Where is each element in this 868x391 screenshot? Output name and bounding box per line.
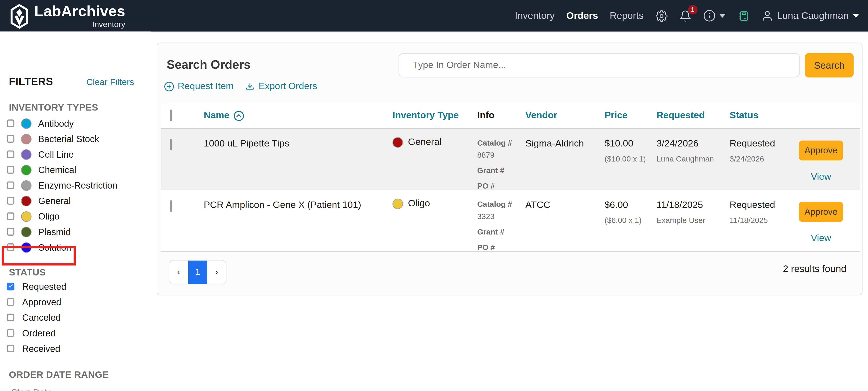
inventory-type-cell-line[interactable]: Cell Line — [0, 146, 151, 162]
checkbox[interactable] — [7, 135, 14, 142]
orders-table: Name Inventory Type Info Vendor Price Re… — [161, 103, 860, 252]
inventory-type-antibody[interactable]: Antibody — [0, 116, 151, 131]
checkbox[interactable] — [7, 243, 14, 251]
table-header-row: Name Inventory Type Info Vendor Price Re… — [161, 103, 860, 129]
search-button[interactable]: Search — [805, 53, 854, 77]
checkbox-checked[interactable] — [7, 283, 14, 290]
type-color-dot — [21, 242, 31, 253]
approve-button[interactable]: Approve — [799, 202, 843, 222]
order-info: Catalog # 3323 Grant # PO # — [469, 190, 517, 253]
inventory-types-title: INVENTORY TYPES — [9, 102, 98, 113]
status-date: 3/24/2026 — [730, 154, 782, 163]
request-item-link[interactable]: Request Item — [164, 81, 234, 92]
orders-panel: Search Orders Search Request Item Export… — [157, 42, 863, 295]
checkbox[interactable] — [7, 197, 14, 205]
checkbox[interactable] — [7, 228, 14, 236]
notifications-bell-icon[interactable]: 1 — [679, 10, 691, 22]
status-received[interactable]: Received — [0, 341, 151, 356]
inventory-type-oligo[interactable]: Oligo — [0, 208, 151, 224]
table-row: PCR Amplicon - Gene X (Patient 101) Olig… — [161, 190, 860, 252]
inventory-type-chemical[interactable]: Chemical — [0, 162, 151, 177]
column-header-inventory-type[interactable]: Inventory Type — [393, 110, 459, 121]
checkbox[interactable] — [7, 298, 14, 306]
checkbox[interactable] — [7, 182, 14, 189]
nav-inventory[interactable]: Inventory — [515, 10, 555, 22]
results-count: 2 results found — [783, 263, 846, 275]
clear-filters-link[interactable]: Clear Filters — [86, 77, 134, 87]
price-detail: ($6.00 x 1) — [604, 216, 648, 225]
view-link[interactable]: View — [811, 171, 831, 183]
checkbox[interactable] — [7, 120, 14, 127]
inventory-type-general[interactable]: General — [0, 193, 151, 208]
catalog-number: 8879 — [477, 149, 517, 161]
price-detail: ($10.00 x 1) — [604, 154, 648, 163]
checkbox[interactable] — [7, 345, 14, 352]
export-orders-link[interactable]: Export Orders — [245, 81, 317, 92]
type-color-dot — [393, 137, 403, 148]
current-page-button[interactable]: 1 — [188, 260, 207, 284]
column-header-price[interactable]: Price — [604, 110, 628, 121]
column-header-requested[interactable]: Requested — [656, 110, 705, 121]
select-all-checkbox[interactable] — [170, 109, 172, 121]
type-color-dot — [21, 180, 31, 191]
requested-by: Luna Caughman — [656, 154, 721, 163]
notebook-icon[interactable] — [737, 10, 749, 22]
requested-by: Example User — [656, 216, 721, 225]
type-color-dot — [21, 211, 31, 222]
next-page-button[interactable]: › — [207, 260, 226, 284]
column-header-vendor[interactable]: Vendor — [525, 110, 557, 121]
inventory-type-value: Oligo — [408, 198, 430, 209]
inventory-type-solution[interactable]: Solution — [0, 239, 151, 255]
type-color-dot — [21, 149, 31, 159]
order-info: Catalog # 8879 Grant # PO # — [469, 129, 517, 192]
status-filter-list: Requested Approved Canceled Ordered Rece… — [0, 279, 151, 356]
checkbox[interactable] — [7, 314, 14, 321]
row-checkbox[interactable] — [170, 200, 172, 212]
table-actions: Request Item Export Orders — [164, 81, 317, 92]
status-canceled[interactable]: Canceled — [0, 310, 151, 325]
brand-name: LabArchives — [34, 3, 125, 19]
type-color-dot — [21, 118, 31, 129]
type-color-dot — [21, 164, 31, 175]
order-search-input[interactable] — [399, 53, 800, 77]
requested-date: 3/24/2026 — [656, 138, 721, 150]
checkbox[interactable] — [7, 150, 14, 158]
checkbox[interactable] — [7, 166, 14, 174]
checkbox[interactable] — [7, 213, 14, 220]
brand[interactable]: LabArchives Inventory — [8, 3, 125, 29]
vendor-value: Sigma-Aldrich — [525, 138, 584, 149]
user-menu[interactable]: Luna Caughman — [761, 10, 859, 22]
info-icon — [703, 9, 715, 22]
column-header-status[interactable]: Status — [730, 110, 758, 121]
sort-by-name-header[interactable]: Name — [204, 110, 382, 122]
column-header-info: Info — [477, 110, 494, 121]
order-date-range-title: ORDER DATE RANGE — [9, 369, 109, 381]
inventory-type-plasmid[interactable]: Plasmid — [0, 224, 151, 239]
previous-page-button[interactable]: ‹ — [169, 260, 188, 284]
approve-button[interactable]: Approve — [799, 140, 843, 161]
status-requested[interactable]: Requested — [0, 279, 151, 294]
settings-gear-icon[interactable] — [655, 10, 667, 22]
table-row: 1000 uL Pipette Tips General Catalog # 8… — [161, 129, 860, 190]
status-value: Requested — [730, 200, 782, 211]
notification-badge: 1 — [688, 5, 697, 14]
inventory-type-enzyme-restriction[interactable]: Enzyme-Restriction — [0, 177, 151, 193]
checkbox[interactable] — [7, 329, 14, 337]
type-color-dot — [21, 227, 31, 237]
user-name: Luna Caughman — [777, 10, 849, 22]
nav-reports[interactable]: Reports — [610, 10, 644, 22]
type-color-dot — [21, 196, 31, 206]
start-date-input[interactable] — [11, 387, 122, 391]
info-menu[interactable] — [703, 9, 725, 22]
chevron-down-icon — [852, 14, 859, 18]
status-date: 11/18/2025 — [730, 216, 782, 225]
inventory-type-bacterial-stock[interactable]: Bacterial Stock — [0, 131, 151, 146]
type-color-dot — [393, 198, 403, 209]
nav-orders[interactable]: Orders — [566, 10, 598, 22]
status-approved[interactable]: Approved — [0, 294, 151, 310]
view-link[interactable]: View — [811, 233, 831, 244]
status-ordered[interactable]: Ordered — [0, 325, 151, 341]
row-checkbox[interactable] — [170, 139, 172, 150]
filters-sidebar: FILTERS Clear Filters INVENTORY TYPES An… — [0, 32, 151, 391]
requested-date: 11/18/2025 — [656, 200, 721, 211]
